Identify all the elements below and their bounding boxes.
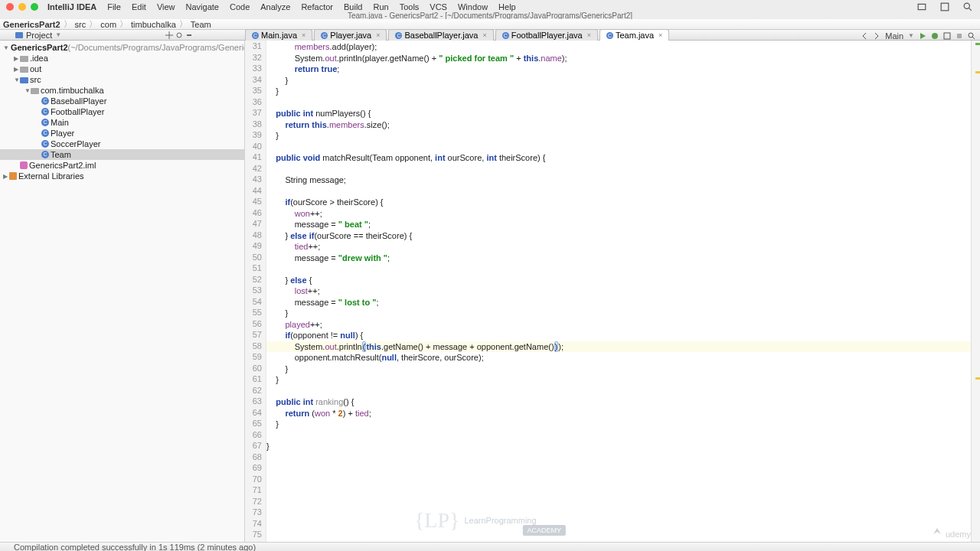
window-title: Team.java - GenericsPart2 - [~/Documents…: [0, 11, 980, 19]
breadcrumb-item[interactable]: Team: [191, 20, 211, 29]
menu-run[interactable]: Run: [373, 2, 388, 11]
error-stripe[interactable]: [971, 41, 980, 542]
close-icon[interactable]: ×: [376, 31, 380, 39]
menubar: IntelliJ IDEA FileEditViewNavigateCodeAn…: [47, 2, 527, 11]
editor-tab[interactable]: CFootballPlayer.java×: [495, 29, 598, 41]
svg-point-6: [932, 33, 938, 39]
svg-rect-5: [187, 34, 191, 36]
project-tool-label[interactable]: Project ▼: [0, 31, 199, 40]
breadcrumb-item[interactable]: com: [100, 20, 116, 29]
minimize-window-icon[interactable]: [18, 3, 26, 11]
svg-rect-0: [918, 4, 926, 9]
close-icon[interactable]: ×: [302, 31, 305, 39]
menu-analyze[interactable]: Analyze: [260, 2, 290, 11]
menu-navigate[interactable]: Navigate: [186, 2, 219, 11]
gear-icon[interactable]: [175, 31, 183, 39]
tree-item[interactable]: CBaseballPlayer: [0, 96, 244, 106]
run-config-selector[interactable]: Main: [885, 31, 903, 41]
tree-item[interactable]: ▶.idea: [0, 53, 244, 64]
editor-tab[interactable]: CTeam.java×: [599, 29, 669, 41]
run-toolbar: Main ▼: [861, 31, 975, 41]
editor-tab[interactable]: CMain.java×: [245, 29, 312, 41]
breadcrumb-item[interactable]: GenericsPart2: [3, 20, 60, 29]
stop-icon[interactable]: [956, 32, 963, 40]
nav-fwd-icon[interactable]: [873, 32, 880, 40]
status-bar: Compilation completed successfully in 1s…: [0, 542, 980, 551]
chevron-down-icon[interactable]: ▼: [908, 32, 914, 39]
svg-point-4: [177, 33, 181, 37]
tree-item[interactable]: ▼GenericsPart2 (~/Documents/Programs/Jav…: [0, 42, 244, 53]
menu-view[interactable]: View: [157, 2, 175, 11]
editor-tabs: CMain.java×CPlayer.java×CBaseballPlayer.…: [245, 30, 671, 41]
chevron-down-icon[interactable]: ▼: [55, 31, 61, 38]
collapse-icon[interactable]: [165, 31, 173, 39]
navbar: GenericsPart2〉src〉com〉timbuchalka〉Team: [0, 19, 980, 30]
code-area[interactable]: members.add(player); System.out.println(…: [266, 41, 971, 542]
tree-item[interactable]: CTeam: [0, 149, 244, 160]
svg-line-10: [972, 37, 975, 39]
tree-item[interactable]: GenericsPart2.iml: [0, 160, 244, 171]
close-window-icon[interactable]: [6, 3, 14, 11]
menu-build[interactable]: Build: [344, 2, 362, 11]
close-icon[interactable]: ×: [658, 31, 662, 39]
svg-rect-7: [944, 33, 950, 39]
menu-edit[interactable]: Edit: [132, 2, 146, 11]
line-gutter: 3132333435363738394041424344454647484950…: [245, 41, 266, 542]
breadcrumb-item[interactable]: timbuchalka: [131, 20, 176, 29]
code-editor[interactable]: 3132333435363738394041424344454647484950…: [245, 41, 971, 542]
menu-file[interactable]: File: [107, 2, 121, 11]
editor-tab[interactable]: CBaseballPlayer.java×: [388, 29, 493, 41]
breadcrumb-item[interactable]: src: [75, 20, 87, 29]
tree-item[interactable]: CFootballPlayer: [0, 106, 244, 117]
menu-refactor[interactable]: Refactor: [301, 2, 333, 11]
app-name: IntelliJ IDEA: [47, 2, 96, 11]
tree-item[interactable]: ▶out: [0, 64, 244, 74]
editor-tab[interactable]: CPlayer.java×: [314, 29, 387, 41]
tree-item[interactable]: CSoccerPlayer: [0, 139, 244, 149]
tree-item[interactable]: ▶External Libraries: [0, 171, 244, 181]
tree-item[interactable]: ▼src: [0, 74, 244, 85]
menu-tools[interactable]: Tools: [400, 2, 420, 11]
tree-item[interactable]: CPlayer: [0, 128, 244, 139]
status-text: Compilation completed successfully in 1s…: [14, 543, 256, 551]
menu-help[interactable]: Help: [498, 2, 516, 11]
search-icon[interactable]: [968, 32, 975, 40]
window-controls[interactable]: [6, 3, 38, 11]
hide-icon[interactable]: [185, 31, 193, 39]
project-tree[interactable]: ▼GenericsPart2 (~/Documents/Programs/Jav…: [0, 41, 245, 542]
tree-item[interactable]: ▼com.timbuchalka: [0, 85, 244, 96]
menu-vcs[interactable]: VCS: [430, 2, 447, 11]
run-icon[interactable]: [919, 32, 926, 40]
svg-rect-1: [941, 3, 949, 11]
svg-line-3: [969, 8, 972, 11]
menu-code[interactable]: Code: [230, 2, 250, 11]
svg-rect-8: [957, 34, 962, 38]
breadcrumbs[interactable]: GenericsPart2〉src〉com〉timbuchalka〉Team: [3, 19, 977, 29]
zoom-window-icon[interactable]: [31, 3, 38, 11]
marker-icon[interactable]: [975, 43, 980, 45]
nav-back-icon[interactable]: [861, 32, 868, 40]
marker-icon[interactable]: [975, 377, 980, 380]
tree-item[interactable]: CMain: [0, 117, 244, 128]
close-icon[interactable]: ×: [587, 31, 591, 39]
marker-icon[interactable]: [975, 71, 980, 73]
menu-window[interactable]: Window: [458, 2, 488, 11]
coverage-icon[interactable]: [943, 32, 951, 40]
close-icon[interactable]: ×: [482, 31, 486, 39]
debug-icon[interactable]: [931, 32, 939, 40]
